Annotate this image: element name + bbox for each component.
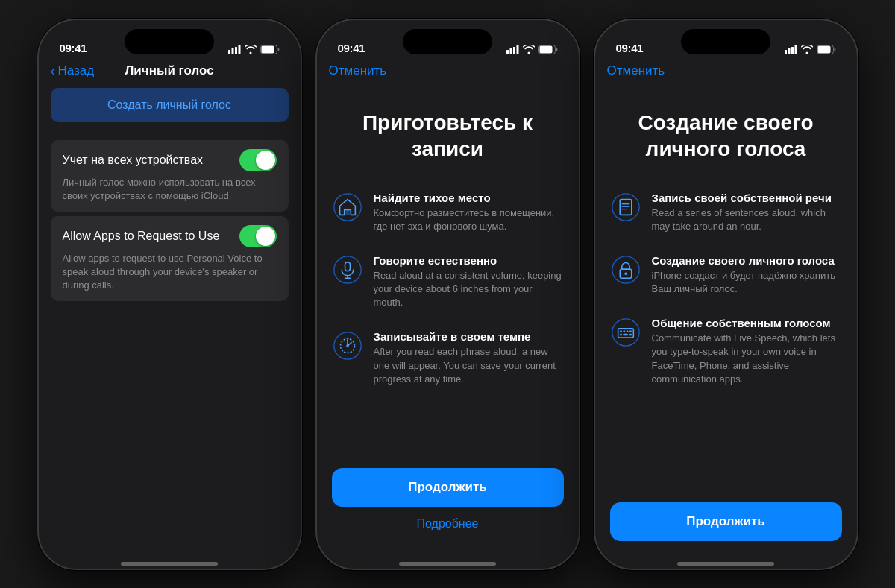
allow-description: Allow apps to request to use Personal Vo… (63, 252, 277, 293)
lock-feature-icon (610, 254, 641, 285)
create-voice-button[interactable]: Создать личный голос (51, 88, 289, 122)
svg-point-34 (624, 272, 626, 274)
phone-2: 09:41 Отменить Приготовьтесь к записи (315, 19, 580, 570)
signal-icon (228, 45, 241, 54)
svg-rect-26 (817, 45, 830, 53)
status-icons-3 (785, 45, 836, 54)
feature-title-keyboard: Общение собственным голосом (652, 317, 842, 329)
signal-icon-2 (506, 45, 519, 54)
main-heading-3: Создание своего личного голоса (595, 87, 857, 192)
feature-title-lock: Создание своего личного голоса (652, 254, 842, 267)
mic-feature-icon (332, 254, 363, 285)
svg-rect-21 (785, 50, 787, 54)
speed-icon (333, 332, 362, 360)
phone-3: 09:41 Отменить Создание своего личного г… (594, 19, 858, 570)
svg-rect-40 (629, 331, 632, 333)
svg-rect-7 (509, 48, 512, 54)
svg-rect-37 (620, 331, 622, 333)
svg-rect-23 (791, 47, 794, 54)
svg-rect-39 (626, 331, 628, 333)
feature-title-mic: Говорите естественно (374, 254, 564, 267)
screen-content-1: ‹ Назад Личный голос Создать личный голо… (39, 60, 301, 562)
allow-setting-inner: Allow Apps to Request to Use (63, 225, 277, 247)
sync-description: Личный голос можно использовать на всех … (63, 176, 277, 203)
screen-content-3: Отменить Создание своего личного голоса … (595, 60, 857, 562)
bottom-section-3: Продолжить (595, 493, 857, 541)
feature-desc-keyboard: Communicate with Live Speech, which lets… (652, 332, 842, 386)
svg-rect-41 (620, 334, 622, 336)
signal-icon-3 (785, 45, 797, 54)
feature-title-home: Найдите тихое место (374, 192, 564, 204)
document-feature-icon (610, 192, 641, 223)
svg-rect-15 (345, 262, 350, 271)
status-time-3: 09:41 (616, 42, 644, 54)
cancel-button-3[interactable]: Отменить (595, 60, 677, 87)
battery-icon-2 (538, 45, 558, 54)
svg-rect-24 (794, 45, 797, 54)
cancel-button-2[interactable]: Отменить (317, 60, 399, 87)
status-icons-2 (506, 45, 558, 54)
back-button[interactable]: ‹ Назад (51, 63, 95, 79)
feature-title-record: Запись своей собственной речи (652, 192, 842, 204)
feature-text-mic: Говорите естественно Read aloud at a con… (374, 254, 564, 310)
keyboard-feature-icon (610, 317, 641, 348)
feature-list-3: Запись своей собственной речи Read a ser… (595, 192, 857, 493)
sync-setting-row: Учет на всех устройствах Личный голос мо… (51, 140, 289, 212)
home-indicator-2 (399, 562, 496, 566)
nav-bar-1: ‹ Назад Личный голос (39, 60, 301, 88)
feature-item-mic: Говорите естественно Read aloud at a con… (332, 254, 564, 310)
svg-rect-1 (231, 48, 233, 54)
svg-rect-13 (345, 209, 349, 215)
bottom-section-2: Продолжить Подробнее (317, 459, 579, 541)
feature-desc-lock: iPhone создаст и будет надёжно хранить В… (652, 269, 842, 296)
sync-setting-inner: Учет на всех устройствах (63, 149, 277, 171)
allow-toggle[interactable] (239, 225, 277, 247)
feature-desc-mic: Read aloud at a consistent volume, keepi… (374, 269, 564, 310)
status-time-1: 09:41 (60, 42, 87, 54)
status-time-2: 09:41 (338, 42, 365, 54)
feature-item-home: Найдите тихое место Комфортно разместите… (332, 192, 564, 233)
feature-text-home: Найдите тихое место Комфортно разместите… (374, 192, 564, 233)
screen-content-2: Отменить Приготовьтесь к записи Найдите … (317, 60, 579, 562)
wifi-icon (245, 45, 257, 54)
svg-rect-42 (623, 334, 627, 336)
svg-rect-3 (238, 45, 240, 54)
feature-list-2: Найдите тихое место Комфортно разместите… (317, 192, 579, 459)
svg-rect-36 (618, 329, 633, 338)
dynamic-island-1 (125, 29, 214, 54)
battery-icon-3 (817, 45, 836, 54)
lock-icon (612, 256, 640, 284)
svg-rect-6 (506, 50, 509, 54)
continue-button-2[interactable]: Продолжить (332, 468, 564, 507)
svg-rect-8 (513, 47, 515, 54)
phone-1: 09:41 (37, 19, 302, 570)
document-icon (612, 193, 640, 221)
svg-point-32 (612, 256, 638, 283)
svg-rect-28 (620, 199, 632, 215)
svg-rect-5 (261, 45, 274, 53)
home-indicator-3 (677, 562, 774, 566)
home-feature-icon (332, 192, 363, 223)
svg-point-20 (346, 345, 348, 347)
speed-feature-icon (332, 330, 363, 361)
dynamic-island-2 (403, 29, 492, 54)
svg-point-27 (612, 193, 638, 220)
continue-button-3[interactable]: Продолжить (610, 502, 842, 541)
sync-toggle[interactable] (239, 149, 277, 171)
feature-title-speed: Записывайте в своем темпе (374, 330, 564, 343)
svg-rect-43 (629, 334, 632, 336)
feature-desc-home: Комфортно разместитесь в помещении, где … (374, 206, 564, 233)
nav-title-1: Личный голос (125, 63, 213, 78)
svg-point-35 (612, 319, 638, 346)
feature-item-record: Запись своей собственной речи Read a ser… (610, 192, 842, 233)
feature-text-record: Запись своей собственной речи Read a ser… (652, 192, 842, 233)
allow-label: Allow Apps to Request to Use (63, 230, 220, 243)
svg-point-14 (333, 256, 360, 283)
svg-rect-38 (623, 331, 625, 333)
allow-setting-row: Allow Apps to Request to Use Allow apps … (51, 216, 289, 302)
house-icon (333, 193, 362, 221)
more-button-2[interactable]: Подробнее (332, 507, 564, 541)
svg-rect-22 (788, 48, 790, 54)
svg-rect-0 (228, 50, 230, 54)
feature-desc-speed: After you read each phrase aloud, a new … (374, 345, 564, 386)
